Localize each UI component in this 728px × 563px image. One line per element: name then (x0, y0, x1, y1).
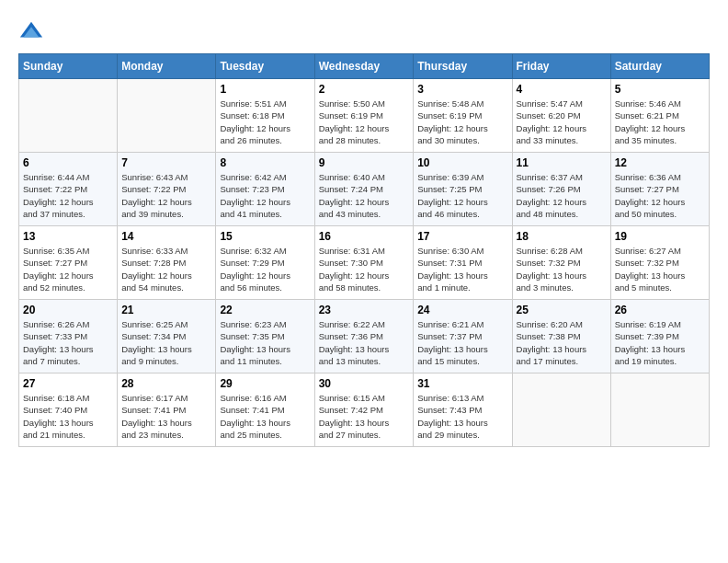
day-info: Sunrise: 5:50 AM Sunset: 6:19 PM Dayligh… (319, 98, 410, 146)
day-number: 27 (23, 377, 113, 390)
day-number: 29 (220, 377, 310, 390)
day-of-week-header: Wednesday (314, 54, 414, 79)
day-number: 19 (615, 230, 705, 243)
day-info: Sunrise: 6:30 AM Sunset: 7:31 PM Dayligh… (417, 245, 507, 293)
day-of-week-header: Friday (512, 54, 610, 79)
calendar-cell (610, 373, 709, 447)
day-number: 7 (121, 156, 211, 169)
day-number: 25 (517, 304, 607, 316)
day-number: 1 (220, 83, 310, 96)
day-info: Sunrise: 6:16 AM Sunset: 7:41 PM Dayligh… (220, 392, 310, 441)
day-number: 5 (615, 83, 705, 96)
page-header (18, 18, 710, 44)
logo-icon (18, 18, 44, 44)
calendar-cell: 31Sunrise: 6:13 AM Sunset: 7:43 PM Dayli… (414, 373, 512, 447)
calendar-cell: 4Sunrise: 5:47 AM Sunset: 6:20 PM Daylig… (512, 79, 610, 153)
day-of-week-header: Saturday (610, 54, 709, 79)
calendar-table: SundayMondayTuesdayWednesdayThursdayFrid… (18, 53, 710, 447)
day-info: Sunrise: 6:44 AM Sunset: 7:22 PM Dayligh… (23, 171, 113, 220)
day-info: Sunrise: 6:43 AM Sunset: 7:22 PM Dayligh… (121, 171, 211, 220)
day-number: 11 (517, 156, 607, 169)
day-info: Sunrise: 6:22 AM Sunset: 7:36 PM Dayligh… (319, 318, 410, 367)
calendar-cell: 18Sunrise: 6:28 AM Sunset: 7:32 PM Dayli… (512, 226, 610, 300)
day-number: 24 (417, 304, 507, 316)
day-info: Sunrise: 6:28 AM Sunset: 7:32 PM Dayligh… (517, 245, 607, 293)
day-number: 30 (319, 377, 410, 390)
day-info: Sunrise: 5:51 AM Sunset: 6:18 PM Dayligh… (220, 98, 310, 146)
calendar-cell (19, 79, 118, 153)
calendar-cell: 19Sunrise: 6:27 AM Sunset: 7:32 PM Dayli… (610, 226, 709, 300)
day-number: 6 (23, 156, 113, 169)
calendar-week-row: 6Sunrise: 6:44 AM Sunset: 7:22 PM Daylig… (19, 153, 710, 226)
day-info: Sunrise: 6:35 AM Sunset: 7:27 PM Dayligh… (23, 245, 113, 293)
day-info: Sunrise: 6:39 AM Sunset: 7:25 PM Dayligh… (417, 171, 507, 220)
calendar-cell: 23Sunrise: 6:22 AM Sunset: 7:36 PM Dayli… (314, 300, 414, 373)
day-number: 13 (23, 230, 113, 243)
day-info: Sunrise: 5:47 AM Sunset: 6:20 PM Dayligh… (517, 98, 607, 146)
day-number: 15 (220, 230, 310, 243)
day-number: 12 (615, 156, 705, 169)
calendar-cell: 26Sunrise: 6:19 AM Sunset: 7:39 PM Dayli… (610, 300, 709, 373)
calendar-cell (512, 373, 610, 447)
logo (18, 18, 48, 44)
day-info: Sunrise: 6:27 AM Sunset: 7:32 PM Dayligh… (615, 245, 705, 293)
day-number: 3 (417, 83, 507, 96)
calendar-cell: 10Sunrise: 6:39 AM Sunset: 7:25 PM Dayli… (414, 153, 512, 226)
day-of-week-header: Tuesday (216, 54, 314, 79)
day-number: 23 (319, 304, 410, 316)
calendar-cell: 17Sunrise: 6:30 AM Sunset: 7:31 PM Dayli… (414, 226, 512, 300)
calendar-cell (118, 79, 216, 153)
day-info: Sunrise: 6:37 AM Sunset: 7:26 PM Dayligh… (517, 171, 607, 220)
day-number: 16 (319, 230, 410, 243)
calendar-cell: 22Sunrise: 6:23 AM Sunset: 7:35 PM Dayli… (216, 300, 314, 373)
day-info: Sunrise: 6:36 AM Sunset: 7:27 PM Dayligh… (615, 171, 705, 220)
day-number: 22 (220, 304, 310, 316)
calendar-cell: 20Sunrise: 6:26 AM Sunset: 7:33 PM Dayli… (19, 300, 118, 373)
day-number: 2 (319, 83, 410, 96)
day-of-week-header: Monday (118, 54, 216, 79)
day-number: 9 (319, 156, 410, 169)
day-number: 20 (23, 304, 113, 316)
calendar-cell: 5Sunrise: 5:46 AM Sunset: 6:21 PM Daylig… (610, 79, 709, 153)
calendar-week-row: 20Sunrise: 6:26 AM Sunset: 7:33 PM Dayli… (19, 300, 710, 373)
calendar-week-row: 13Sunrise: 6:35 AM Sunset: 7:27 PM Dayli… (19, 226, 710, 300)
day-number: 31 (417, 377, 507, 390)
day-number: 28 (121, 377, 211, 390)
day-info: Sunrise: 6:23 AM Sunset: 7:35 PM Dayligh… (220, 318, 310, 367)
day-info: Sunrise: 6:19 AM Sunset: 7:39 PM Dayligh… (615, 318, 705, 367)
day-info: Sunrise: 6:42 AM Sunset: 7:23 PM Dayligh… (220, 171, 310, 220)
day-info: Sunrise: 6:18 AM Sunset: 7:40 PM Dayligh… (23, 392, 113, 441)
calendar-cell: 21Sunrise: 6:25 AM Sunset: 7:34 PM Dayli… (118, 300, 216, 373)
calendar-cell: 6Sunrise: 6:44 AM Sunset: 7:22 PM Daylig… (19, 153, 118, 226)
day-info: Sunrise: 6:15 AM Sunset: 7:42 PM Dayligh… (319, 392, 410, 441)
calendar-cell: 3Sunrise: 5:48 AM Sunset: 6:19 PM Daylig… (414, 79, 512, 153)
day-info: Sunrise: 6:31 AM Sunset: 7:30 PM Dayligh… (319, 245, 410, 293)
day-number: 10 (417, 156, 507, 169)
day-number: 4 (517, 83, 607, 96)
calendar-cell: 24Sunrise: 6:21 AM Sunset: 7:37 PM Dayli… (414, 300, 512, 373)
day-info: Sunrise: 6:40 AM Sunset: 7:24 PM Dayligh… (319, 171, 410, 220)
calendar-cell: 16Sunrise: 6:31 AM Sunset: 7:30 PM Dayli… (314, 226, 414, 300)
calendar-cell: 2Sunrise: 5:50 AM Sunset: 6:19 PM Daylig… (314, 79, 414, 153)
day-number: 21 (121, 304, 211, 316)
calendar-cell: 9Sunrise: 6:40 AM Sunset: 7:24 PM Daylig… (314, 153, 414, 226)
day-info: Sunrise: 5:48 AM Sunset: 6:19 PM Dayligh… (417, 98, 507, 146)
calendar-cell: 8Sunrise: 6:42 AM Sunset: 7:23 PM Daylig… (216, 153, 314, 226)
calendar-cell: 7Sunrise: 6:43 AM Sunset: 7:22 PM Daylig… (118, 153, 216, 226)
day-info: Sunrise: 6:33 AM Sunset: 7:28 PM Dayligh… (121, 245, 211, 293)
day-of-week-header: Sunday (19, 54, 118, 79)
calendar-cell: 30Sunrise: 6:15 AM Sunset: 7:42 PM Dayli… (314, 373, 414, 447)
day-info: Sunrise: 6:20 AM Sunset: 7:38 PM Dayligh… (517, 318, 607, 367)
calendar-header: SundayMondayTuesdayWednesdayThursdayFrid… (19, 54, 710, 79)
calendar-cell: 25Sunrise: 6:20 AM Sunset: 7:38 PM Dayli… (512, 300, 610, 373)
day-number: 26 (615, 304, 705, 316)
calendar-cell: 13Sunrise: 6:35 AM Sunset: 7:27 PM Dayli… (19, 226, 118, 300)
calendar-cell: 14Sunrise: 6:33 AM Sunset: 7:28 PM Dayli… (118, 226, 216, 300)
calendar-week-row: 1Sunrise: 5:51 AM Sunset: 6:18 PM Daylig… (19, 79, 710, 153)
day-info: Sunrise: 6:17 AM Sunset: 7:41 PM Dayligh… (121, 392, 211, 441)
calendar-cell: 29Sunrise: 6:16 AM Sunset: 7:41 PM Dayli… (216, 373, 314, 447)
calendar-cell: 1Sunrise: 5:51 AM Sunset: 6:18 PM Daylig… (216, 79, 314, 153)
calendar-cell: 11Sunrise: 6:37 AM Sunset: 7:26 PM Dayli… (512, 153, 610, 226)
day-number: 17 (417, 230, 507, 243)
day-of-week-header: Thursday (414, 54, 512, 79)
